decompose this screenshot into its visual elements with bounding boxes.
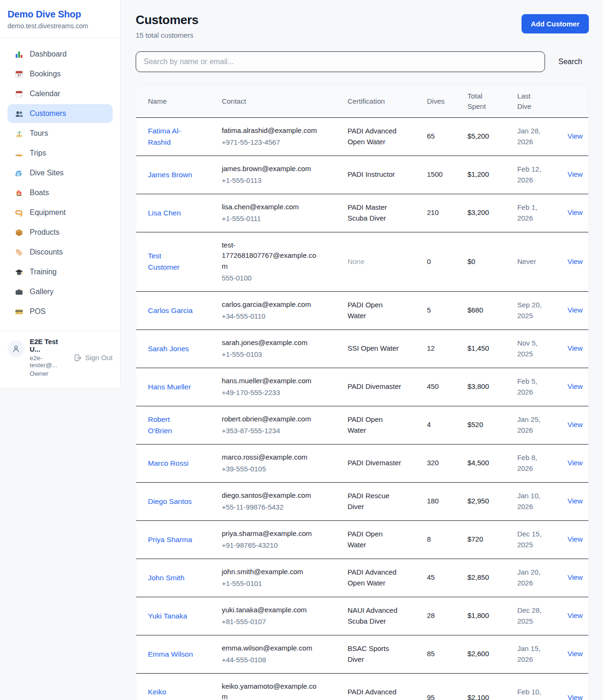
dives-cell: 320 [421,444,462,482]
customer-row: James Brown james.brown@example.com +1-5… [136,156,588,194]
view-link[interactable]: View [568,459,583,467]
view-link[interactable]: View [568,257,583,265]
customer-row: Test Customer test-1772681807767@example… [136,232,588,291]
view-link[interactable]: View [568,573,583,581]
customer-name-link[interactable]: Marco Rossi [148,458,188,469]
total-spent-cell: $2,600 [462,635,512,673]
total-spent-cell: $5,200 [462,117,512,156]
customer-name-link[interactable]: John Smith [148,572,185,584]
view-link[interactable]: View [568,497,583,505]
view-link[interactable]: View [568,344,583,352]
customer-name-link[interactable]: Test Customer [148,250,193,273]
customer-email: priya.sharma@example.com [222,528,322,539]
last-dive-cell: Feb 1, 2026 [517,202,547,223]
sidebar-item-equipment[interactable]: Equipment [8,203,113,222]
search-input[interactable] [136,51,545,72]
view-link[interactable]: View [568,382,583,390]
package-icon [14,228,24,237]
certification-cell: NAUI Advanced Scuba Diver [348,605,402,626]
last-dive-cell: Feb 12, 2026 [517,164,547,185]
customer-phone: +34-555-0110 [222,311,322,322]
add-customer-button[interactable]: Add Customer [522,14,589,33]
customer-row: Hans Mueller hans.mueller@example.com +4… [136,368,588,406]
sidebar-item-dashboard[interactable]: Dashboard [8,45,113,64]
total-spent-cell: $3,800 [462,368,512,406]
desert-island-icon [14,129,24,138]
certification-cell: PADI Divemaster [348,381,402,392]
customer-name-link[interactable]: Priya Sharma [148,534,192,545]
certification-cell: PADI Advanced Open Water [348,567,402,588]
view-link[interactable]: View [568,132,583,140]
total-spent-cell: $1,450 [462,329,512,368]
tear-off-calendar-icon [14,89,24,99]
graduation-cap-icon [14,267,24,277]
customer-row: Sarah Jones sarah.jones@example.com +1-5… [136,329,588,368]
certification-cell: PADI Instructor [348,169,402,180]
customer-row: Priya Sharma priya.sharma@example.com +9… [136,520,588,559]
customer-email: james.brown@example.com [222,164,322,174]
view-link[interactable]: View [568,170,583,178]
sidebar: Demo Dive Shop demo.test.divestreams.com… [0,0,121,387]
customer-phone: +1-555-0103 [222,349,322,360]
customer-name-link[interactable]: Yuki Tanaka [148,610,187,622]
search-button[interactable]: Search [558,58,582,66]
last-dive-cell: Never [517,256,547,267]
certification-cell: PADI Advanced Open Water [348,687,402,700]
customer-name-link[interactable]: Lisa Chen [148,207,181,219]
view-link[interactable]: View [568,611,583,619]
sidebar-item-calendar[interactable]: Calendar [8,84,113,103]
sidebar-item-discounts[interactable]: Discounts [8,243,113,262]
app-root: Demo Dive Shop demo.test.divestreams.com… [0,0,603,700]
total-spent-cell: $680 [462,291,512,329]
sidebar-item-dive-sites[interactable]: Dive Sites [8,164,113,182]
total-spent-cell: $720 [462,520,512,559]
certification-cell: PADI Open Water [348,300,402,321]
sidebar-item-bookings[interactable]: 17 Bookings [8,65,113,83]
customer-name-link[interactable]: Carlos Garcia [148,305,193,316]
users-icon [14,109,24,118]
sidebar-item-pos[interactable]: POS [8,302,113,321]
total-spent-cell: $1,200 [462,156,512,194]
last-dive-cell: Jan 20, 2026 [517,567,547,588]
customer-email: marco.rossi@example.com [222,452,322,463]
view-link[interactable]: View [568,208,583,216]
customer-name-link[interactable]: Sarah Jones [148,343,189,354]
speedboat-icon [14,148,24,158]
sidebar-item-trips[interactable]: Trips [8,144,113,163]
sidebar-item-training[interactable]: Training [8,263,113,281]
user-panel: E2E Test U... e2e-tester@... Owner Sign … [0,330,120,387]
view-link[interactable]: View [568,693,583,700]
dives-cell: 85 [421,635,462,673]
last-dive-cell: Feb 10, 2026 [517,687,547,700]
customer-name-link[interactable]: James Brown [148,169,192,181]
sign-out-button[interactable]: Sign Out [73,354,113,362]
col-certification: Certification [342,85,422,117]
sidebar-item-customers[interactable]: Customers [8,104,113,123]
customer-name-link[interactable]: Emma Wilson [148,649,193,660]
view-link[interactable]: View [568,535,583,543]
main-content: Customers 15 total customers Add Custome… [121,0,603,700]
customer-email: carlos.garcia@example.com [222,299,322,310]
customer-phone: +81-555-0107 [222,617,322,627]
water-wave-icon [14,168,24,178]
sidebar-item-boats[interactable]: Boats [8,183,113,202]
dives-cell: 12 [421,329,462,368]
sidebar-item-tours[interactable]: Tours [8,124,113,143]
dives-cell: 0 [421,232,462,291]
customer-name-link[interactable]: Keiko Yamamoto [148,686,193,700]
page-title: Customers [136,13,198,27]
total-spent-cell: $2,950 [462,482,512,520]
sidebar-item-gallery[interactable]: Gallery [8,282,113,301]
view-link[interactable]: View [568,650,583,658]
last-dive-cell: Jan 28, 2026 [517,126,547,147]
customer-email: john.smith@example.com [222,567,322,577]
customer-name-link[interactable]: Fatima Al-Rashid [148,125,193,148]
sidebar-item-products[interactable]: Products [8,223,113,242]
view-link[interactable]: View [568,420,583,428]
customer-row: Keiko Yamamoto keiko.yamamoto@example.co… [136,673,588,700]
view-link[interactable]: View [568,306,583,314]
customer-name-link[interactable]: Robert O'Brien [148,414,193,436]
customer-name-link[interactable]: Diego Santos [148,496,192,507]
total-spent-cell: $3,200 [462,194,512,232]
customer-name-link[interactable]: Hans Mueller [148,381,191,393]
